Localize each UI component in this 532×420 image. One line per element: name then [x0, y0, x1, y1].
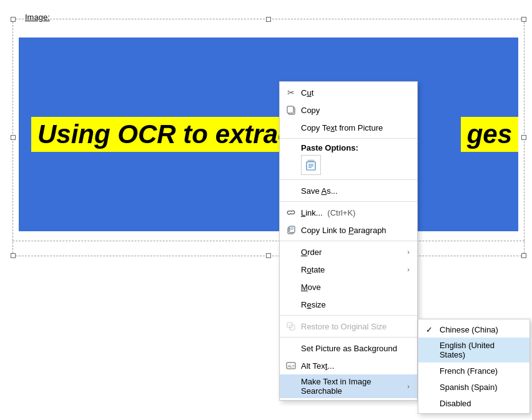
check-chinese: ✓: [426, 325, 436, 334]
save-icon: [285, 184, 297, 197]
menu-item-order[interactable]: Order ›: [280, 243, 417, 261]
handle-mr[interactable]: [521, 135, 526, 140]
svg-rect-1: [287, 106, 293, 113]
separator-3: [280, 201, 417, 202]
link-icon: [285, 206, 297, 219]
separator-1: [280, 138, 417, 139]
menu-label-save-as: Save As...: [301, 186, 410, 196]
menu-item-alt-text[interactable]: ALT Alt Text...: [280, 357, 417, 374]
menu-item-save-as[interactable]: Save As...: [280, 182, 417, 199]
submenu-item-chinese[interactable]: ✓ Chinese (China): [418, 321, 530, 338]
menu-item-link[interactable]: Link... (Ctrl+K): [280, 204, 417, 221]
submenu-item-english[interactable]: English (United States): [418, 338, 530, 362]
set-background-icon: [285, 342, 297, 354]
menu-item-restore: Restore to Original Size: [280, 318, 417, 335]
copy-icon: [285, 104, 297, 116]
menu-label-make-searchable: Make Text in Image Searchable: [301, 377, 405, 396]
paste-options-label: Paste Options:: [280, 141, 417, 154]
copy-link-icon: [285, 224, 297, 236]
menu-label-copy: Copy: [301, 106, 410, 115]
menu-label-cut: Cut: [301, 88, 410, 98]
menu-label-order: Order: [301, 248, 405, 257]
copy-text-icon: [285, 121, 297, 134]
menu-label-copy-text: Copy Text from Picture: [301, 123, 410, 132]
menu-label-copy-link: Copy Link to Paragraph: [301, 226, 410, 235]
menu-item-make-searchable[interactable]: Make Text in Image Searchable ›: [280, 374, 417, 398]
resize-icon: [285, 298, 297, 311]
context-menu: ✂ Cut Copy Copy Text from Picture Paste …: [279, 81, 418, 401]
menu-item-move[interactable]: Move: [280, 278, 417, 296]
rotate-arrow: ›: [407, 266, 410, 273]
order-icon: [285, 246, 297, 258]
make-searchable-icon: [285, 380, 297, 392]
menu-item-cut[interactable]: ✂ Cut: [280, 84, 417, 101]
selection-inner-bottom: [12, 241, 525, 241]
menu-item-rotate[interactable]: Rotate ›: [280, 261, 417, 278]
submenu-item-french[interactable]: French (France): [418, 362, 530, 379]
menu-label-rotate: Rotate: [301, 265, 405, 274]
separator-2: [280, 179, 417, 180]
handle-ml[interactable]: [11, 135, 16, 140]
menu-item-copy-link[interactable]: Copy Link to Paragraph: [280, 221, 417, 239]
menu-label-alt-text: Alt Text...: [301, 361, 410, 371]
menu-item-resize[interactable]: Resize: [280, 296, 417, 313]
menu-label-resize: Resize: [301, 300, 410, 309]
submenu-item-spanish[interactable]: Spanish (Spain): [418, 379, 530, 395]
submenu-label-english: English (United States): [440, 341, 522, 359]
handle-br[interactable]: [521, 253, 526, 258]
menu-label-set-background: Set Picture as Background: [301, 344, 410, 353]
alt-text-icon: ALT: [285, 359, 297, 372]
image-text-suffix: ges: [461, 117, 518, 152]
paste-icon-row: [280, 154, 417, 178]
separator-5: [280, 315, 417, 316]
handle-tr[interactable]: [521, 17, 526, 22]
menu-item-set-background[interactable]: Set Picture as Background: [280, 339, 417, 357]
menu-label-link: Link... (Ctrl+K): [301, 208, 410, 218]
submenu-label-disabled: Disabled: [440, 399, 471, 408]
submenu-label-chinese: Chinese (China): [440, 325, 498, 334]
handle-tc[interactable]: [266, 17, 271, 22]
svg-text:ALT: ALT: [288, 364, 295, 368]
make-searchable-arrow: ›: [407, 382, 410, 390]
rotate-icon: [285, 263, 297, 276]
menu-item-copy-text[interactable]: Copy Text from Picture: [280, 119, 417, 136]
restore-icon: [285, 320, 297, 332]
submenu-label-spanish: Spanish (Spain): [440, 382, 498, 392]
menu-item-copy[interactable]: Copy: [280, 101, 417, 119]
handle-bc[interactable]: [266, 253, 271, 258]
order-arrow: ›: [407, 248, 410, 256]
paste-icon-button[interactable]: [301, 155, 321, 175]
separator-6: [280, 337, 417, 338]
menu-label-restore: Restore to Original Size: [301, 322, 410, 331]
ocr-image[interactable]: Using OCR to extract t ges: [19, 38, 518, 231]
scissors-icon: ✂: [285, 86, 297, 99]
language-submenu: ✓ Chinese (China) English (United States…: [418, 319, 530, 414]
move-icon: [285, 281, 297, 293]
handle-tl[interactable]: [11, 17, 16, 22]
handle-bl[interactable]: [11, 253, 16, 258]
submenu-label-french: French (France): [440, 366, 498, 376]
submenu-item-disabled[interactable]: Disabled: [418, 395, 530, 411]
menu-label-move: Move: [301, 282, 410, 292]
separator-4: [280, 241, 417, 241]
